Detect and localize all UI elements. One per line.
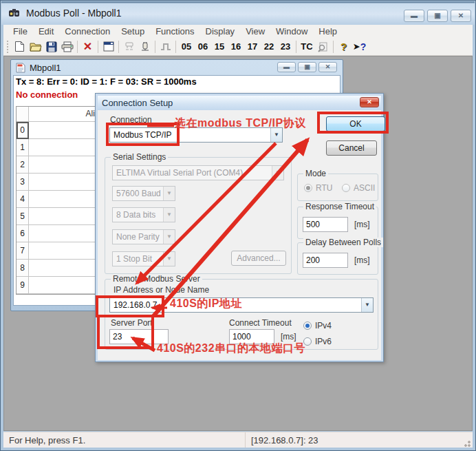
ipv6-radio[interactable]: IPv6: [303, 337, 332, 346]
function-06-button[interactable]: 06: [195, 39, 211, 54]
function-22-button[interactable]: 22: [261, 39, 277, 54]
serial-settings-label: Serial Settings: [111, 152, 168, 162]
response-timeout-input[interactable]: [303, 217, 348, 232]
rtu-radio: RTU: [304, 183, 332, 193]
connect-icon[interactable]: [121, 39, 137, 54]
mbpoll1-titlebar[interactable]: Mbpoll1 ▬ ▣ ✕: [11, 60, 343, 75]
radio-icon: [303, 322, 312, 330]
radio-icon: [342, 184, 350, 192]
restore-button[interactable]: ▣: [427, 10, 448, 22]
toolbar-separator: [333, 41, 334, 53]
serial-settings-group: Serial Settings ELTIMA Virtual Serial Po…: [105, 157, 292, 274]
ip-address-label: IP Address or Node Name: [113, 285, 209, 295]
stop-bits-select: 1 Stop Bit▼: [112, 251, 175, 266]
save-icon[interactable]: [43, 39, 59, 54]
function-05-button[interactable]: 05: [178, 39, 195, 54]
dialog-title: Connection Setup: [102, 98, 173, 108]
print-icon[interactable]: [59, 39, 75, 54]
minimize-button[interactable]: ▬: [404, 10, 424, 22]
advanced-button: Advanced...: [231, 251, 286, 266]
ascii-radio: ASCII: [342, 183, 375, 193]
toolbar-separator: [118, 41, 119, 53]
new-file-icon[interactable]: [12, 39, 28, 54]
ipv4-radio[interactable]: IPv4: [303, 321, 332, 331]
open-file-icon[interactable]: [28, 39, 43, 54]
function-17-button[interactable]: 17: [244, 39, 261, 54]
parity-select: None Parity▼: [112, 229, 175, 244]
chevron-down-icon: ▼: [361, 298, 373, 312]
menu-help[interactable]: Help: [313, 25, 343, 37]
row-header-4[interactable]: 4: [17, 191, 29, 208]
chevron-down-icon: ▼: [163, 208, 175, 222]
menu-functions[interactable]: Functions: [150, 25, 199, 37]
dialog-titlebar[interactable]: Connection Setup ✕: [98, 96, 381, 110]
main-window: Modbus Poll - Mbpoll1 ▬ ▣ ✕ File Edit Co…: [0, 0, 476, 451]
toolbar-separator: [296, 41, 296, 53]
menu-view[interactable]: View: [240, 25, 270, 37]
menu-setup[interactable]: Setup: [116, 25, 150, 37]
function-16-button[interactable]: 16: [228, 39, 244, 54]
status-help-text: For Help, press F1.: [3, 435, 245, 445]
main-titlebar[interactable]: Modbus Poll - Mbpoll1 ▬ ▣ ✕: [1, 1, 475, 25]
toolbar: ✕ 05 06 15 16 17 22 23 TC ? ➤?: [3, 38, 473, 56]
dialog-close-button[interactable]: ✕: [360, 97, 379, 107]
test-center-button[interactable]: TC: [299, 39, 315, 54]
row-header-7[interactable]: 7: [17, 242, 29, 260]
chevron-down-icon: ▼: [163, 230, 175, 244]
delay-input[interactable]: [303, 253, 348, 268]
mbpoll1-title: Mbpoll1: [30, 63, 61, 73]
help-icon[interactable]: ?: [336, 39, 351, 54]
delete-icon[interactable]: ✕: [80, 39, 96, 54]
toolbar-grip[interactable]: [7, 41, 10, 53]
mode-label: Mode: [303, 169, 328, 178]
context-help-icon[interactable]: ➤?: [351, 39, 367, 54]
cancel-button[interactable]: Cancel: [326, 140, 377, 156]
menu-bar: File Edit Connection Setup Functions Dis…: [3, 25, 473, 38]
toolbar-separator: [175, 41, 176, 53]
connect-timeout-label: Connect Timeout: [229, 318, 292, 328]
delay-unit: [ms]: [354, 255, 370, 265]
toolbar-separator: [98, 41, 98, 53]
child-restore-button[interactable]: ▣: [298, 62, 316, 72]
disconnect-icon[interactable]: [137, 39, 153, 54]
menu-edit[interactable]: Edit: [33, 25, 59, 37]
serial-port-select: ELTIMA Virtual Serial Port (COM4)▼: [112, 165, 284, 180]
grid-corner-cell[interactable]: [17, 107, 29, 122]
row-header-5[interactable]: 5: [17, 208, 29, 225]
remote-server-label: Remote Modbus Server: [111, 274, 202, 284]
menu-window[interactable]: Window: [270, 25, 313, 37]
setup-window-icon[interactable]: [100, 39, 116, 54]
poll-once-icon[interactable]: [158, 39, 173, 54]
close-button[interactable]: ✕: [451, 10, 471, 22]
log-view-icon[interactable]: [315, 39, 331, 54]
window-title: Modbus Poll - Mbpoll1: [26, 8, 122, 19]
row-header-3[interactable]: 3: [17, 174, 29, 191]
child-minimize-button[interactable]: ▬: [277, 62, 296, 72]
connection-status: No connection: [16, 90, 78, 100]
chevron-down-icon: ▼: [163, 252, 175, 266]
row-header-9[interactable]: 9: [17, 277, 29, 294]
menu-connection[interactable]: Connection: [59, 25, 116, 37]
child-close-button[interactable]: ✕: [318, 62, 337, 72]
server-port-label: Server Port: [111, 318, 153, 328]
function-23-button[interactable]: 23: [277, 39, 294, 54]
delay-label: Delay Between Polls: [303, 238, 383, 247]
row-header-8[interactable]: 8: [17, 260, 29, 277]
ok-button[interactable]: OK: [326, 116, 385, 132]
resize-grip[interactable]: [462, 438, 471, 448]
function-15-button[interactable]: 15: [211, 39, 228, 54]
mode-group: Mode RTU ASCII: [297, 174, 378, 201]
menu-display[interactable]: Display: [200, 25, 241, 37]
poll-status-line: Tx = 8: Err = 0: ID = 1: F = 03: SR = 10…: [16, 76, 197, 87]
row-header-0[interactable]: 0: [17, 122, 29, 139]
chevron-down-icon: ▼: [272, 166, 283, 180]
radio-icon: [304, 184, 312, 192]
connection-label: Connection: [110, 115, 152, 125]
menu-file[interactable]: File: [8, 25, 33, 37]
row-header-2[interactable]: 2: [17, 156, 29, 174]
row-header-1[interactable]: 1: [17, 139, 29, 156]
row-header-6[interactable]: 6: [17, 225, 29, 242]
toolbar-separator: [77, 41, 78, 53]
response-timeout-label: Response Timeout: [303, 202, 376, 211]
mdi-client-area: Mbpoll1 ▬ ▣ ✕ Tx = 8: Err = 0: ID = 1: F…: [3, 56, 473, 431]
